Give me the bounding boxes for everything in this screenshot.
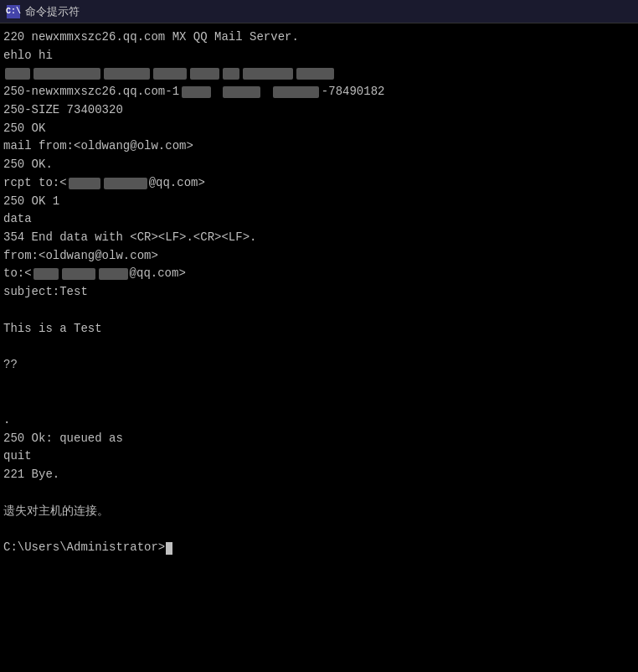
cursor [166, 542, 172, 555]
title-bar-text: 命令提示符 [25, 4, 80, 19]
prompt-line: C:\Users\Administrator> [3, 539, 635, 557]
output-line: 250-SIZE 73400320 [3, 101, 635, 120]
cmd-icon: C:\ [7, 5, 20, 18]
output-line: 250 OK [3, 120, 635, 138]
prompt-text: C:\Users\Administrator> [3, 539, 165, 557]
empty-line [3, 375, 635, 393]
output-line: 250 Ok: queued as [3, 430, 635, 448]
empty-line [3, 484, 635, 503]
output-line: 354 End data with <CR><LF>.<CR><LF>. [3, 229, 635, 247]
terminal[interactable]: 220 newxmmxszc26.qq.com MX QQ Mail Serve… [0, 23, 638, 672]
output-line: rcpt to:< @qq.com> [3, 174, 635, 193]
empty-line [3, 302, 635, 320]
output-line: from:<oldwang@olw.com> [3, 247, 635, 266]
empty-line [3, 393, 635, 411]
title-bar: C:\ 命令提示符 [0, 0, 638, 23]
output-line: 221 Bye. [3, 466, 635, 484]
output-line: 遗失对主机的连接。 [3, 503, 635, 521]
output-line: quit [3, 447, 635, 466]
output-line: This is a Test [3, 320, 635, 339]
redacted-line [3, 65, 635, 83]
output-line: 250-newxmmxszc26.qq.com-1 -78490182 [3, 83, 635, 101]
output-line: 250 OK. [3, 156, 635, 174]
output-line: 220 newxmmxszc26.qq.com MX QQ Mail Serve… [3, 28, 635, 47]
output-line: data [3, 210, 635, 229]
empty-line [3, 520, 635, 539]
output-line: to:< @qq.com> [3, 265, 635, 283]
empty-line [3, 338, 635, 356]
output-line: mail from:<oldwang@olw.com> [3, 137, 635, 156]
output-line: 250 OK 1 [3, 193, 635, 211]
output-line: . [3, 411, 635, 430]
output-line: ?? [3, 356, 635, 375]
output-line: subject:Test [3, 283, 635, 302]
output-line: ehlo hi [3, 47, 635, 65]
